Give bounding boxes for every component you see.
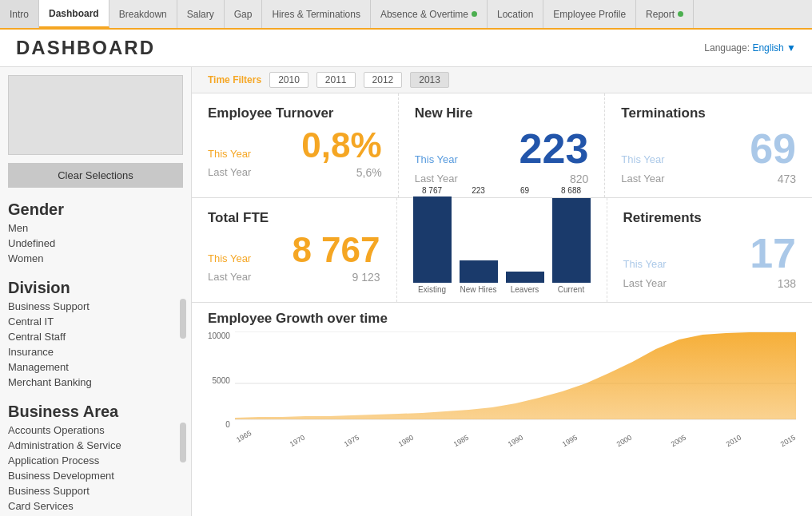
- nav-tab-gap[interactable]: Gap: [225, 0, 263, 28]
- turnover-title: Employee Turnover: [208, 105, 382, 121]
- nav-tab-intro[interactable]: Intro: [0, 0, 39, 28]
- new-hire-title: New Hire: [415, 105, 589, 121]
- x-label-1980: 1980: [397, 434, 415, 449]
- new-hire-this-year-label: This Year: [415, 153, 458, 165]
- turnover-this-year-value: 0,8%: [301, 128, 381, 163]
- business-area-item-business-dev[interactable]: Business Development: [8, 468, 173, 483]
- total-fte-this-year-label: This Year: [208, 252, 251, 264]
- bar-leavers-label-top: 69: [520, 186, 529, 195]
- x-label-1990: 1990: [507, 434, 524, 449]
- business-area-item-admin[interactable]: Administration & Service: [8, 438, 173, 453]
- division-item-management[interactable]: Management: [8, 359, 173, 375]
- total-fte-title: Total FTE: [208, 210, 380, 226]
- growth-chart-svg: [235, 331, 796, 435]
- nav-tab-salary[interactable]: Salary: [177, 0, 225, 28]
- x-label-2010: 2010: [724, 434, 742, 449]
- time-filter-2010[interactable]: 2010: [269, 72, 308, 88]
- y-label-10000: 10000: [208, 331, 230, 340]
- retirements-title: Retirements: [623, 210, 797, 226]
- y-label-5000: 5000: [213, 376, 230, 385]
- time-filter-2011[interactable]: 2011: [316, 72, 356, 88]
- business-area-section-title: Business Area: [0, 396, 191, 423]
- retirements-last-year-value: 138: [778, 277, 796, 290]
- business-area-list: Accounts Operations Administration & Ser…: [0, 423, 191, 516]
- x-label-1970: 1970: [289, 434, 306, 449]
- turnover-card: Employee Turnover This Year 0,8% Last Ye…: [192, 93, 399, 197]
- bar-new-hires-label-bottom: New Hires: [460, 285, 496, 294]
- new-hire-last-year-value: 820: [570, 173, 588, 185]
- language-dropdown-icon[interactable]: ▼: [786, 42, 796, 54]
- retirements-this-year-value: 17: [750, 232, 796, 274]
- time-filters-label: Time Filters: [208, 74, 261, 85]
- business-area-item-business-support[interactable]: Business Support: [8, 483, 173, 498]
- page-header: DASHBOARD Language: English ▼: [0, 30, 812, 67]
- gender-item-women[interactable]: Women: [8, 251, 183, 266]
- business-area-item-application[interactable]: Application Process: [8, 453, 173, 468]
- division-item-central-it[interactable]: Central IT: [8, 314, 173, 329]
- time-filter-2012[interactable]: 2012: [364, 72, 403, 88]
- division-item-central-staff[interactable]: Central Staff: [8, 329, 173, 344]
- content-area: Time Filters 2010 2011 2012 2013 Employe…: [192, 67, 812, 516]
- growth-chart-area: 10000 5000 0: [208, 331, 796, 445]
- terminations-last-year-label: Last Year: [621, 173, 664, 185]
- time-filter-2013[interactable]: 2013: [410, 72, 449, 88]
- x-label-1975: 1975: [343, 434, 360, 449]
- retirements-card: Retirements This Year 17 Last Year 138: [607, 198, 813, 302]
- growth-chart-section: Employee Growth over time 10000 5000 0: [192, 303, 812, 516]
- bar-existing: 8 767 Existing: [413, 186, 452, 294]
- language-value[interactable]: English: [752, 42, 783, 54]
- bar-current-label-top: 8 688: [561, 186, 581, 195]
- growth-chart-title: Employee Growth over time: [208, 311, 796, 327]
- bar-current-label-bottom: Current: [558, 285, 584, 294]
- nav-tab-report[interactable]: Report: [636, 0, 694, 28]
- nav-tab-breakdown[interactable]: Breakdown: [109, 0, 177, 28]
- division-section-title: Division: [0, 272, 191, 299]
- clear-selections-button[interactable]: Clear Selections: [8, 163, 183, 188]
- sidebar: Clear Selections Gender Men Undefined Wo…: [0, 67, 192, 516]
- language-label: Language:: [704, 42, 750, 54]
- x-label-1995: 1995: [561, 434, 579, 449]
- new-hire-last-year-label: Last Year: [415, 173, 458, 185]
- gender-item-undefined[interactable]: Undefined: [8, 236, 183, 251]
- gender-section-title: Gender: [0, 194, 191, 220]
- business-area-scroll-indicator[interactable]: [180, 423, 186, 462]
- terminations-this-year-value: 69: [750, 128, 796, 169]
- bar-current: 8 688 Current: [552, 186, 591, 294]
- bar-leavers: 69 Leavers: [506, 186, 544, 294]
- nav-tab-location[interactable]: Location: [488, 0, 543, 28]
- total-fte-last-year-label: Last Year: [208, 271, 251, 284]
- division-item-merchant-banking[interactable]: Merchant Banking: [8, 375, 173, 390]
- bar-chart-card: 8 767 Existing 223 New Hires 69 Leavers: [397, 198, 607, 302]
- gender-list: Men Undefined Women: [0, 220, 191, 272]
- terminations-this-year-label: This Year: [621, 153, 664, 165]
- terminations-card: Terminations This Year 69 Last Year 473: [605, 93, 812, 197]
- division-scroll-indicator[interactable]: [180, 299, 186, 339]
- bar-new-hires-label-top: 223: [472, 186, 485, 195]
- time-filters-bar: Time Filters 2010 2011 2012 2013: [192, 67, 812, 93]
- nav-tab-absence[interactable]: Absence & Overtime: [371, 0, 488, 28]
- new-hire-this-year-value: 223: [519, 128, 589, 169]
- new-hire-card: New Hire This Year 223 Last Year 820: [399, 93, 606, 197]
- x-label-1985: 1985: [452, 434, 469, 449]
- nav-tab-employee-profile[interactable]: Employee Profile: [543, 0, 636, 28]
- total-fte-card: Total FTE This Year 8 767 Last Year 9 12…: [192, 198, 397, 302]
- nav-tab-hires[interactable]: Hires & Terminations: [262, 0, 370, 28]
- business-area-item-card[interactable]: Card Services: [8, 498, 173, 514]
- division-item-insurance[interactable]: Insurance: [8, 344, 173, 359]
- gender-item-men[interactable]: Men: [8, 220, 183, 236]
- retirements-last-year-label: Last Year: [623, 277, 667, 290]
- bar-new-hires: 223 New Hires: [460, 186, 498, 294]
- division-list: Business Support Central IT Central Staf…: [0, 299, 191, 396]
- division-item-business-support[interactable]: Business Support: [8, 299, 173, 314]
- x-label-2000: 2000: [615, 434, 633, 449]
- sidebar-image: [8, 75, 183, 155]
- x-label-2015: 2015: [779, 434, 797, 449]
- nav-tab-dashboard[interactable]: Dashboard: [39, 0, 109, 28]
- y-label-0: 0: [225, 420, 230, 429]
- total-fte-last-year-value: 9 123: [352, 271, 380, 284]
- language-selector: Language: English ▼: [704, 42, 796, 54]
- business-area-item-accounts[interactable]: Accounts Operations: [8, 423, 173, 438]
- main-layout: Clear Selections Gender Men Undefined Wo…: [0, 67, 812, 516]
- total-fte-this-year-value: 8 767: [292, 232, 380, 268]
- bar-existing-label-top: 8 767: [422, 186, 442, 195]
